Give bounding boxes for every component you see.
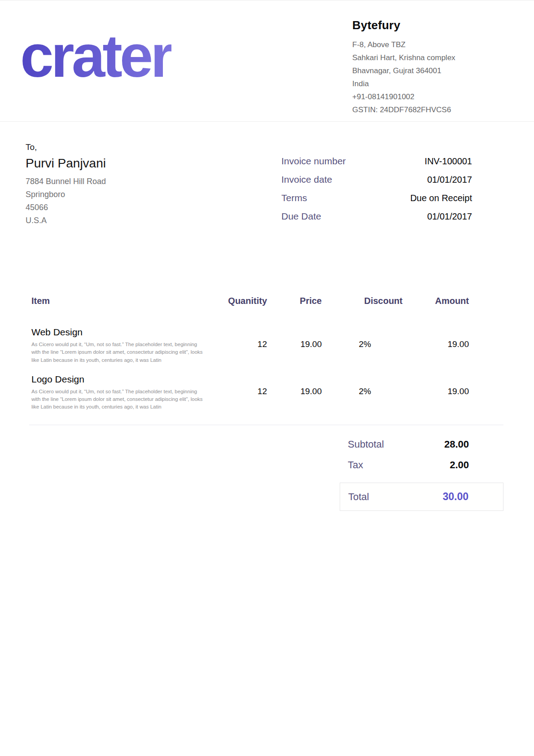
item-name: Web Design	[31, 327, 204, 338]
item-cell: Logo Design As Cicero would put it, “Um,…	[29, 364, 204, 411]
customer-address-line: 45066	[26, 201, 106, 214]
invoice-number-label: Invoice number	[281, 156, 346, 167]
bill-to-prefix: To,	[26, 142, 106, 152]
company-info: Bytefury F-8, Above TBZ Sahkari Hart, Kr…	[352, 15, 507, 116]
invoice-meta-block: Invoice number INV-100001 Invoice date 0…	[281, 156, 472, 229]
company-address-line: Bhavnagar, Gujrat 364001	[352, 64, 507, 77]
customer-name: Purvi Panjvani	[26, 156, 106, 171]
discount-column-header: Discount	[322, 296, 403, 313]
price-column-header: Price	[267, 296, 322, 313]
company-address: F-8, Above TBZ Sahkari Hart, Krishna com…	[352, 38, 507, 116]
crater-logo: crater	[20, 23, 171, 89]
subtotal-row: Subtotal 28.00	[340, 439, 503, 450]
item-column-header: Item	[29, 296, 204, 313]
item-price: 19.00	[267, 313, 322, 364]
tax-row: Tax 2.00	[340, 459, 503, 471]
customer-address-line: U.S.A	[26, 214, 106, 227]
tax-value: 2.00	[450, 459, 469, 471]
invoice-info-section: To, Purvi Panjvani 7884 Bunnel Hill Road…	[0, 122, 534, 229]
subtotal-label: Subtotal	[348, 439, 384, 450]
terms-label: Terms	[281, 193, 307, 203]
terms-row: Terms Due on Receipt	[281, 193, 472, 203]
item-row: Web Design As Cicero would put it, “Um, …	[29, 313, 503, 364]
customer-address-line: 7884 Bunnel Hill Road	[26, 175, 106, 188]
due-date-value: 01/01/2017	[427, 211, 472, 222]
totals-divider	[29, 425, 503, 425]
company-address-line: Sahkari Hart, Krishna complex	[352, 51, 507, 64]
item-price: 19.00	[267, 364, 322, 411]
company-phone: +91-08141901002	[352, 90, 507, 103]
invoice-page: crater Bytefury F-8, Above TBZ Sahkari H…	[0, 0, 534, 756]
company-gstin: GSTIN: 24DDF7682FHVCS6	[352, 103, 507, 116]
line-items-section: Item Quanitity Price Discount Amount Web…	[0, 229, 534, 425]
customer-address: 7884 Bunnel Hill Road Springboro 45066 U…	[26, 175, 106, 227]
item-cell: Web Design As Cicero would put it, “Um, …	[29, 313, 204, 364]
subtotal-value: 28.00	[444, 439, 469, 450]
item-discount: 2%	[322, 364, 403, 411]
item-row: Logo Design As Cicero would put it, “Um,…	[29, 364, 503, 411]
amount-column-header: Amount	[403, 296, 503, 313]
totals-section: Subtotal 28.00 Tax 2.00 Total 30.00	[340, 439, 503, 511]
invoice-date-row: Invoice date 01/01/2017	[281, 174, 472, 185]
invoice-date-label: Invoice date	[281, 174, 332, 185]
total-box: Total 30.00	[340, 483, 503, 511]
company-address-line: India	[352, 77, 507, 90]
invoice-date-value: 01/01/2017	[427, 175, 472, 185]
quantity-column-header: Quanitity	[204, 296, 267, 313]
due-date-label: Due Date	[281, 211, 321, 222]
items-table: Item Quanitity Price Discount Amount Web…	[29, 296, 503, 411]
item-amount: 19.00	[403, 313, 503, 364]
bill-to-block: To, Purvi Panjvani 7884 Bunnel Hill Road…	[26, 142, 106, 229]
item-discount: 2%	[322, 313, 403, 364]
invoice-number-row: Invoice number INV-100001	[281, 156, 472, 167]
total-label: Total	[348, 491, 369, 503]
item-quantity: 12	[204, 313, 267, 364]
terms-value: Due on Receipt	[410, 193, 472, 203]
due-date-row: Due Date 01/01/2017	[281, 211, 472, 222]
company-name: Bytefury	[352, 18, 507, 32]
item-quantity: 12	[204, 364, 267, 411]
item-description: As Cicero would put it, “Um, not so fast…	[31, 341, 204, 364]
item-name: Logo Design	[31, 374, 204, 385]
items-table-header-row: Item Quanitity Price Discount Amount	[29, 296, 503, 313]
item-amount: 19.00	[403, 364, 503, 411]
tax-label: Tax	[348, 459, 363, 471]
item-description: As Cicero would put it, “Um, not so fast…	[31, 388, 204, 411]
customer-address-line: Springboro	[26, 188, 106, 201]
invoice-header: crater Bytefury F-8, Above TBZ Sahkari H…	[0, 0, 534, 122]
invoice-number-value: INV-100001	[425, 156, 472, 167]
total-value: 30.00	[442, 491, 468, 503]
company-address-line: F-8, Above TBZ	[352, 38, 507, 51]
